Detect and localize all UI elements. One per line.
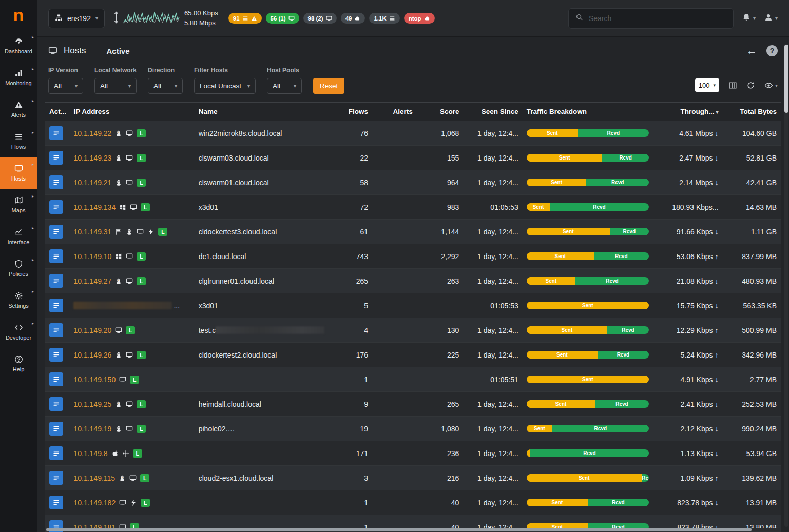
search-input[interactable] <box>589 14 726 23</box>
sidebar-item-monitoring[interactable]: Monitoring▸ <box>0 62 37 93</box>
host-actions-button[interactable] <box>49 446 63 460</box>
host-ip-link[interactable]: 10.1.149.182 <box>73 499 116 507</box>
host-actions-button[interactable] <box>49 151 63 165</box>
host-actions-button[interactable] <box>49 299 63 312</box>
reset-button[interactable]: Reset <box>313 78 344 94</box>
vertical-scrollbar-thumb[interactable] <box>784 45 788 113</box>
host-actions-button[interactable] <box>49 348 63 362</box>
host-row: ...x3d01501:05:53Sent15.75 Kbps↓563.35 K… <box>45 293 781 318</box>
host-actions-button[interactable] <box>49 422 63 436</box>
host-actions-button[interactable] <box>49 274 63 288</box>
filter-select-direction[interactable]: All▾ <box>148 78 183 94</box>
page-size-select[interactable]: 100 ▾ <box>695 78 719 92</box>
sidebar-item-hosts[interactable]: Hosts▸ <box>0 157 37 189</box>
column-header-act[interactable]: Act... <box>45 103 69 121</box>
remote-hosts-badge[interactable]: 98 (2) <box>303 13 337 24</box>
horizontal-scrollbar-thumb[interactable] <box>46 528 752 531</box>
host-throughput: 1.09 Kbps↑ <box>656 466 723 490</box>
host-ip-link[interactable]: 10.1.149.134 <box>73 203 116 211</box>
search-icon <box>575 13 583 23</box>
column-header-name[interactable]: Name <box>195 103 331 121</box>
sidebar-item-developer[interactable]: Developer▸ <box>0 316 37 348</box>
host-actions-button[interactable] <box>49 496 63 509</box>
columns-icon[interactable] <box>728 81 737 90</box>
visibility-menu[interactable]: ▾ <box>764 81 778 90</box>
host-ip-link[interactable]: 10.1.149.8 <box>73 449 107 458</box>
sidebar-item-alerts[interactable]: Alerts▸ <box>0 93 37 125</box>
sidebar-item-policies[interactable]: Policies▸ <box>0 252 37 284</box>
host-ip-link[interactable]: 10.1.149.22 <box>73 129 111 137</box>
host-actions-button[interactable] <box>49 225 63 239</box>
engaged-alerts-badge[interactable]: 91 <box>228 13 262 24</box>
tab-active[interactable]: Active <box>106 47 129 55</box>
chevron-right-icon: ▸ <box>32 98 34 103</box>
host-ip-link[interactable]: 10.1.149.19 <box>73 425 111 433</box>
column-header-seen-since[interactable]: Seen Since <box>463 103 522 121</box>
filter-select-filter-hosts[interactable]: Local Unicast▾ <box>194 78 256 94</box>
ip-cell: 10.1.149.19L <box>69 417 194 441</box>
filter-select-local-network[interactable]: All▾ <box>94 78 137 94</box>
host-throughput: 2.12 Kbps↓ <box>656 417 723 441</box>
flows-count-badge[interactable]: 1.1K <box>369 13 399 24</box>
host-ip-link[interactable]: 10.1.149.25 <box>73 400 111 408</box>
horizontal-scrollbar[interactable] <box>45 528 780 531</box>
sidebar-nav: Dashboard▸Monitoring▸Alerts▸Flows▸Hosts▸… <box>0 30 37 380</box>
vertical-scrollbar[interactable] <box>784 44 788 527</box>
column-header-alerts[interactable]: Alerts <box>372 103 417 121</box>
local-hosts-badge[interactable]: 56 (1) <box>266 13 299 24</box>
host-score: 1,080 <box>417 417 464 441</box>
host-actions-button[interactable] <box>49 200 63 214</box>
host-ip-link[interactable]: 10.1.149.115 <box>73 474 115 482</box>
column-header-score[interactable]: Score <box>417 103 464 121</box>
host-ip-link[interactable]: 10.1.149.20 <box>73 326 111 334</box>
host-actions-button[interactable] <box>49 249 63 263</box>
host-ip-link[interactable]: 10.1.149.21 <box>73 179 111 187</box>
sidebar-item-help[interactable]: Help <box>0 348 37 380</box>
ntop-logo[interactable]: n <box>0 0 37 30</box>
search-box <box>568 8 734 29</box>
back-arrow-icon[interactable]: ← <box>746 45 757 57</box>
host-actions-button[interactable] <box>49 126 63 140</box>
host-ip-link[interactable]: 10.1.149.150 <box>73 376 116 384</box>
sidebar-item-dashboard[interactable]: Dashboard▸ <box>0 30 37 62</box>
column-header-flows[interactable]: Flows <box>331 103 372 121</box>
host-alerts <box>372 293 417 318</box>
host-ip-link[interactable]: 10.1.149.31 <box>73 228 111 236</box>
page-header-actions: ← ? <box>746 45 778 57</box>
refresh-icon[interactable] <box>746 81 755 90</box>
host-ip-link[interactable]: 10.1.149.26 <box>73 351 111 359</box>
column-header-traffic-breakdown[interactable]: Traffic Breakdown <box>523 103 656 121</box>
filter-select-host-pools[interactable]: All▾ <box>267 78 302 94</box>
table-toolbar: 100 ▾ ▾ <box>695 78 778 94</box>
sidebar-item-flows[interactable]: Flows▸ <box>0 125 37 157</box>
column-header-through[interactable]: Through...▾ <box>656 103 723 121</box>
host-actions-button[interactable] <box>49 471 63 485</box>
devices-badge[interactable]: 49 <box>341 13 365 24</box>
sidebar-item-settings[interactable]: Settings▸ <box>0 284 37 316</box>
sidebar-item-maps[interactable]: Maps▸ <box>0 189 37 221</box>
ntop-cloud-badge[interactable]: ntop <box>404 13 435 24</box>
host-actions-button[interactable] <box>49 372 63 386</box>
column-header-total-bytes[interactable]: Total Bytes <box>723 103 781 121</box>
host-ip-link[interactable]: 10.1.149.23 <box>73 154 111 162</box>
host-total-bytes: 2.77 MB <box>723 367 781 392</box>
windows-icon <box>115 253 122 260</box>
filter-select-ip-version[interactable]: All▾ <box>48 78 83 94</box>
column-header-ip-address[interactable]: IP Address <box>69 103 194 121</box>
user-menu[interactable]: ▾ <box>764 13 778 24</box>
host-ip-link[interactable]: 10.1.149.10 <box>73 252 111 261</box>
arrow-up-icon: ↑ <box>715 351 719 359</box>
host-actions-button[interactable] <box>49 175 63 189</box>
chart-icon <box>14 228 23 237</box>
host-ip-link[interactable]: 10.1.149.27 <box>73 277 111 285</box>
download-rate: 5.80 Mbps <box>184 18 218 28</box>
help-icon[interactable]: ? <box>766 45 778 56</box>
notifications-menu[interactable]: ▾ <box>742 13 756 24</box>
arrow-down-icon: ↓ <box>715 154 719 162</box>
host-actions-button[interactable] <box>49 323 63 337</box>
host-actions-button[interactable] <box>49 397 63 411</box>
interface-select[interactable]: ens192 ▾ <box>48 9 105 28</box>
traffic-sent-segment: Sent <box>527 326 607 334</box>
chevron-down-icon: ▾ <box>775 15 778 21</box>
sidebar-item-interface[interactable]: Interface▸ <box>0 221 37 252</box>
